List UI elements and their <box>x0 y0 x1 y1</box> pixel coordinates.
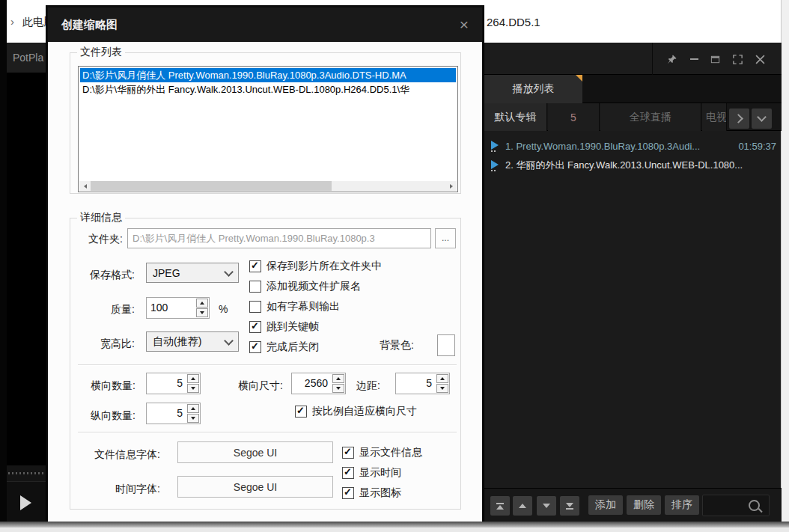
v-count-value: 5 <box>147 403 186 424</box>
checkbox-label: 如有字幕则输出 <box>266 300 340 314</box>
checkbox-close-when-done[interactable]: 完成后关闭 <box>249 340 319 354</box>
seekbar[interactable] <box>7 465 46 481</box>
checkbox-output-subtitle[interactable]: 如有字幕则输出 <box>249 300 340 314</box>
add-button[interactable]: 添加 <box>588 495 623 515</box>
spin-up-icon[interactable] <box>196 299 208 308</box>
breadcrumb-chevron-icon: › <box>10 15 14 28</box>
move-down-button[interactable] <box>537 496 556 516</box>
horizontal-scrollbar[interactable] <box>79 181 457 191</box>
album-tab-tv[interactable]: 电视剧 <box>702 103 727 131</box>
time-font-button[interactable]: Segoe UI <box>177 476 333 498</box>
playlist-item-2[interactable]: 2. 华丽的外出 Fancy.Walk.2013.Uncut.WEB-DL.10… <box>484 156 782 175</box>
aspect-select[interactable]: 自动(推荐) <box>146 331 239 352</box>
album-tab-live[interactable]: 全球直播 <box>600 103 701 131</box>
browse-button[interactable]: ... <box>435 228 456 248</box>
scroll-left-icon[interactable] <box>79 181 91 191</box>
spin-up-icon[interactable] <box>187 374 199 383</box>
file-list-item[interactable]: D:\影片\华丽的外出 Fancy.Walk.2013.Uncut.WEB-DL… <box>80 82 456 97</box>
album-tab-count[interactable]: 5 <box>548 103 600 131</box>
checkbox-save-to-movie-folder[interactable]: 保存到影片所在文件夹中 <box>249 260 382 273</box>
playlist-header <box>484 43 782 75</box>
explorer-right-edge <box>781 0 789 532</box>
playlist-item-duration: 01:59:37 <box>738 141 776 152</box>
spin-down-icon[interactable] <box>436 384 448 393</box>
info-font-button[interactable]: Segoe UI <box>177 441 333 463</box>
close-icon[interactable] <box>754 53 766 65</box>
scrollbar-thumb[interactable] <box>91 181 332 191</box>
checkbox-label: 显示文件信息 <box>359 446 422 459</box>
v-count-spinner[interactable]: 5 <box>146 403 201 424</box>
album-tab-default[interactable]: 默认专辑 <box>484 103 547 131</box>
player-window-title: PotPla <box>7 43 46 73</box>
move-top-button[interactable] <box>490 496 510 516</box>
dialog-titlebar[interactable]: 创建缩略图 × <box>48 7 482 42</box>
checkbox-show-icon[interactable]: 显示图标 <box>342 486 401 500</box>
spin-up-icon[interactable] <box>436 374 448 383</box>
playlist-tabrow: 播放列表 <box>484 75 782 103</box>
checkbox-show-file-info[interactable]: 显示文件信息 <box>342 446 422 459</box>
dialog-close-icon[interactable]: × <box>455 16 473 34</box>
checkbox-show-time[interactable]: 显示时间 <box>342 466 401 480</box>
margin-value: 5 <box>396 373 436 394</box>
checkbox-box <box>249 260 261 272</box>
spin-up-icon[interactable] <box>332 374 344 383</box>
margin-spinner[interactable]: 5 <box>395 373 450 394</box>
checkbox-add-video-ext[interactable]: 添加视频文件扩展名 <box>249 280 361 293</box>
playlist-item-1[interactable]: 1. Pretty.Woman.1990.BluRay.1080p.3Audi.… <box>484 136 782 156</box>
combo-chevron-icon <box>224 267 234 277</box>
fullscreen-icon[interactable] <box>731 53 743 65</box>
player-window-left-border <box>0 0 7 532</box>
checkbox-box <box>249 341 261 353</box>
checkbox-box <box>295 406 307 418</box>
checkbox-seek-keyframe[interactable]: 跳到关键帧 <box>249 320 319 334</box>
quality-label: 质量: <box>70 303 135 317</box>
spin-down-icon[interactable] <box>196 308 208 317</box>
tab-playlist[interactable]: 播放列表 <box>484 75 582 103</box>
checkbox-label: 保存到影片所在文件夹中 <box>266 260 382 273</box>
checkbox-label: 按比例自适应横向尺寸 <box>312 405 417 418</box>
format-value: JPEG <box>153 267 180 279</box>
delete-button[interactable]: 删除 <box>627 495 661 515</box>
move-bottom-button[interactable] <box>560 496 579 516</box>
h-size-spinner[interactable]: 2560 <box>291 373 346 394</box>
player-window-sliver: PotPla <box>7 43 46 524</box>
spin-down-icon[interactable] <box>332 384 344 393</box>
bgcolor-swatch[interactable] <box>437 334 455 356</box>
checkbox-box <box>342 487 354 499</box>
dialog-title: 创建缩略图 <box>61 7 118 42</box>
spin-up-icon[interactable] <box>187 404 199 413</box>
checkbox-box <box>342 467 354 479</box>
play-item-icon <box>491 141 499 151</box>
quality-spinner[interactable]: 100 <box>146 297 210 319</box>
scrollbar-track[interactable] <box>91 181 445 191</box>
sort-button[interactable]: 排序 <box>665 495 699 515</box>
v-count-label: 纵向数量: <box>70 409 135 423</box>
file-listbox[interactable]: D:\影片\风月俏佳人 Pretty.Woman.1990.BluRay.108… <box>78 66 458 192</box>
play-button[interactable] <box>20 495 31 510</box>
checkbox-label: 显示图标 <box>359 486 401 500</box>
screen: › 此电脑 264.DD5.1 PotPla <box>0 0 789 532</box>
checkbox-box <box>249 321 261 333</box>
pin-icon[interactable] <box>665 53 677 65</box>
h-count-spinner[interactable]: 5 <box>146 373 201 394</box>
move-up-button[interactable] <box>513 496 532 516</box>
video-area[interactable] <box>7 73 46 465</box>
album-next-button[interactable] <box>729 108 749 129</box>
search-input[interactable] <box>702 495 770 516</box>
scroll-right-icon[interactable] <box>445 181 457 191</box>
format-select[interactable]: JPEG <box>146 263 239 283</box>
separator <box>78 364 457 366</box>
combo-chevron-icon <box>224 336 234 346</box>
h-count-label: 横向数量: <box>70 379 135 393</box>
h-size-label: 横向尺寸: <box>226 379 283 393</box>
spin-down-icon[interactable] <box>187 414 199 423</box>
folder-input[interactable]: D:\影片\风月俏佳人 Pretty.Woman.1990.BluRay.108… <box>127 228 431 248</box>
spin-down-icon[interactable] <box>187 384 199 393</box>
time-font-label: 时间字体: <box>63 483 160 496</box>
checkbox-fit-horizontal[interactable]: 按比例自适应横向尺寸 <box>295 405 417 418</box>
file-list-item[interactable]: D:\影片\风月俏佳人 Pretty.Woman.1990.BluRay.108… <box>80 68 456 82</box>
maximize-icon[interactable] <box>709 53 721 65</box>
minimize-icon[interactable] <box>688 53 700 65</box>
album-dropdown-button[interactable] <box>752 108 772 129</box>
file-list-group-label: 文件列表 <box>77 46 125 59</box>
